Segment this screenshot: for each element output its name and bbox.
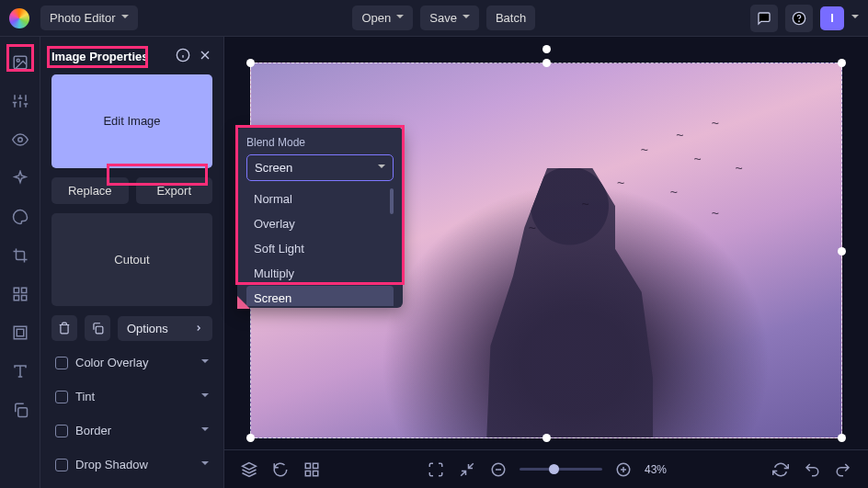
blend-mode-selected: Screen (255, 161, 292, 175)
svg-rect-6 (21, 288, 26, 292)
options-label: Options (127, 322, 168, 335)
svg-rect-5 (14, 288, 18, 292)
eye-tool-icon[interactable] (7, 127, 33, 153)
prop-label: Border (75, 424, 194, 437)
resize-handle[interactable] (542, 59, 551, 67)
palette-tool-icon[interactable] (7, 204, 33, 230)
edit-image-label: Edit Image (103, 114, 160, 128)
blend-option-screen[interactable]: Screen (246, 286, 394, 306)
undo-icon[interactable] (802, 460, 822, 480)
grid-view-icon[interactable] (302, 460, 322, 480)
chevron-down-icon[interactable] (851, 11, 859, 25)
app-switcher-label: Photo Editor (50, 11, 116, 25)
user-avatar[interactable]: I (820, 6, 844, 30)
shapes-tool-icon[interactable] (7, 281, 33, 307)
resize-handle[interactable] (542, 434, 551, 442)
properties-panel: Image Properties Edit Image Replace Expo… (40, 37, 224, 488)
resize-handle[interactable] (838, 434, 846, 442)
batch-label: Batch (496, 11, 526, 25)
chevron-down-icon (396, 11, 404, 25)
zoom-in-icon[interactable] (613, 460, 634, 480)
prop-color-overlay[interactable]: Color Overlay (51, 350, 212, 375)
adjust-tool-icon[interactable] (7, 88, 33, 114)
svg-point-3 (17, 59, 19, 62)
blend-option-multiply[interactable]: Multiply (246, 261, 394, 286)
crop-tool-icon[interactable] (7, 243, 33, 268)
checkbox[interactable] (55, 357, 68, 369)
svg-rect-11 (17, 408, 27, 417)
zoom-slider[interactable] (520, 468, 602, 471)
zoom-out-icon[interactable] (488, 460, 508, 480)
chevron-down-icon (201, 424, 209, 437)
svg-rect-13 (96, 326, 103, 334)
close-icon[interactable] (198, 48, 212, 65)
chevron-down-icon (201, 458, 209, 471)
layers-icon[interactable] (239, 460, 259, 480)
zoom-slider-thumb[interactable] (549, 464, 559, 474)
open-label: Open (361, 11, 391, 25)
blend-mode-popover: Blend Mode Screen Normal Overlay Soft Li… (237, 127, 403, 308)
replace-button[interactable]: Replace (51, 177, 129, 204)
comments-icon[interactable] (750, 5, 778, 32)
blend-mode-select[interactable]: Screen (246, 154, 394, 181)
checkbox[interactable] (55, 459, 68, 471)
edit-image-button[interactable]: Edit Image (51, 74, 212, 168)
svg-rect-16 (305, 471, 310, 475)
options-button[interactable]: Options (118, 316, 212, 341)
duplicate-tool-icon[interactable] (7, 397, 33, 423)
top-bar: Photo Editor Open Save Batch I (0, 0, 868, 37)
rotate-handle[interactable] (542, 45, 551, 53)
text-tool-icon[interactable] (7, 358, 33, 384)
resize-handle[interactable] (246, 59, 255, 67)
export-label: Export (156, 184, 191, 198)
tool-rail (0, 37, 40, 488)
image-tool-icon[interactable] (7, 50, 33, 75)
sparkle-tool-icon[interactable] (7, 165, 33, 191)
svg-rect-8 (21, 296, 26, 301)
svg-rect-17 (314, 471, 318, 475)
fullscreen-icon[interactable] (426, 460, 446, 480)
prop-tint[interactable]: Tint (51, 384, 212, 409)
replace-label: Replace (68, 184, 112, 198)
blend-option-normal[interactable]: Normal (246, 187, 394, 211)
export-button[interactable]: Export (136, 177, 213, 204)
prop-border[interactable]: Border (51, 418, 212, 443)
chevron-down-icon (463, 11, 470, 25)
open-button[interactable]: Open (352, 6, 413, 30)
info-icon[interactable] (176, 48, 190, 65)
save-button[interactable]: Save (420, 6, 479, 30)
save-label: Save (429, 11, 457, 25)
cutout-label: Cutout (114, 253, 149, 267)
svg-point-4 (17, 138, 22, 142)
panel-title: Image Properties (51, 50, 168, 63)
duplicate-icon[interactable] (85, 315, 110, 341)
refresh-icon[interactable] (771, 460, 791, 480)
resize-handle[interactable] (246, 434, 255, 442)
decorative-birds: ~~ ~~ ~~ ~~ ~~ (499, 116, 794, 266)
resize-handle[interactable] (838, 247, 846, 255)
redo-icon[interactable] (833, 460, 853, 480)
chevron-down-icon (378, 161, 385, 175)
checkbox[interactable] (55, 391, 68, 403)
blend-option-overlay[interactable]: Overlay (246, 211, 394, 236)
blend-mode-label: Blend Mode (246, 136, 394, 149)
frame-tool-icon[interactable] (7, 320, 33, 346)
blend-option-soft-light[interactable]: Soft Light (246, 236, 394, 261)
chevron-down-icon (201, 390, 209, 403)
checkbox[interactable] (55, 425, 68, 437)
bottom-toolbar: 43% (224, 449, 868, 488)
chevron-right-icon (194, 323, 203, 333)
batch-button[interactable]: Batch (486, 6, 535, 30)
history-icon[interactable] (270, 460, 291, 480)
fit-icon[interactable] (457, 460, 477, 480)
app-switcher[interactable]: Photo Editor (40, 6, 138, 30)
help-icon[interactable] (785, 5, 813, 32)
resize-handle[interactable] (838, 59, 846, 67)
prop-drop-shadow[interactable]: Drop Shadow (51, 452, 212, 477)
delete-icon[interactable] (51, 315, 77, 341)
svg-point-1 (799, 21, 800, 22)
app-logo[interactable] (9, 8, 29, 28)
cutout-button[interactable]: Cutout (51, 213, 212, 307)
scrollbar-thumb[interactable] (390, 188, 394, 214)
svg-rect-14 (305, 463, 310, 468)
